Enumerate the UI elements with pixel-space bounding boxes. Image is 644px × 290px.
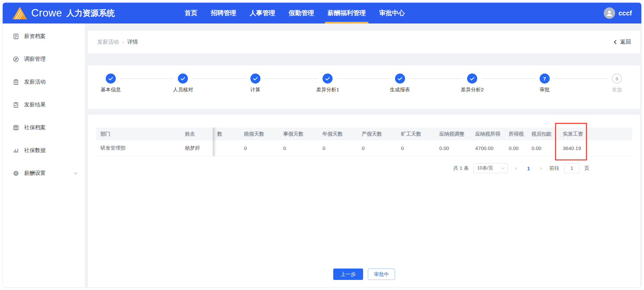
step-approval: 7 审批 <box>519 74 570 93</box>
col-header-truncated-days: 数 <box>213 128 240 140</box>
step-label: 发放 <box>612 87 622 93</box>
col-header-name: 姓名 <box>181 131 213 137</box>
step-label: 基本信息 <box>101 87 121 93</box>
nav-item-home[interactable]: 首页 <box>185 3 197 23</box>
cell-post-tax-deduction: 0.00 <box>527 145 558 151</box>
check-icon <box>181 77 185 81</box>
col-header-taxable-adjustment: 应纳税调整 <box>435 131 471 137</box>
payroll-table-card: 部门 姓名 数 病假天数 事假天数 年假天数 产假天数 旷工天数 应纳税调整 应… <box>88 115 640 287</box>
step-personnel-check: 人员核对 <box>158 74 208 93</box>
prev-page-button[interactable]: ‹ <box>512 165 520 171</box>
content-area: 发薪活动 › 详情 返回 <box>85 23 641 287</box>
pagination: 共 1 条 10条/页 ‹ 1 › 前往 页 <box>96 163 632 173</box>
cell-annual-leave-days: 0 <box>318 145 357 151</box>
col-header-taxable-income: 应纳税所得 <box>471 131 504 137</box>
step-diff-analysis-1: 差异分析1 <box>302 74 353 93</box>
cell-personal-leave-days: 0 <box>279 145 318 151</box>
brand-logo[interactable]: Crowe 人力资源系统 <box>12 6 115 20</box>
sidebar-item-social-security-data[interactable]: 社保数据 <box>3 139 85 162</box>
breadcrumb-detail: 详情 <box>127 39 138 46</box>
goto-unit: 页 <box>584 165 589 172</box>
sidebar-item-label: 调薪管理 <box>24 56 46 63</box>
col-header-maternity-leave-days: 产假天数 <box>357 131 397 137</box>
step-diff-analysis-2: 差异分析2 <box>447 74 497 93</box>
sidebar-item-payroll-activity[interactable]: 发薪活动 <box>3 70 85 93</box>
check-icon <box>470 77 475 81</box>
nav-item-compensation[interactable]: 薪酬福利管理 <box>328 3 366 23</box>
step-circle <box>178 74 188 84</box>
step-label: 差异分析1 <box>316 87 339 93</box>
step-label: 差异分析2 <box>461 87 484 93</box>
step-label: 审批 <box>540 87 550 93</box>
page-number-1[interactable]: 1 <box>525 165 533 171</box>
col-header-annual-leave-days: 年假天数 <box>318 131 357 137</box>
app-title: 人力资源系统 <box>66 8 115 18</box>
step-circle <box>395 74 405 84</box>
user-avatar <box>604 7 615 19</box>
sidebar-item-salary-adjustment[interactable]: 调薪管理 <box>3 48 85 70</box>
nav-item-attendance[interactable]: 假勤管理 <box>289 3 314 23</box>
nav-item-personnel[interactable]: 人事管理 <box>250 3 275 23</box>
sidebar-item-payroll-result[interactable]: 发薪结果 <box>3 93 85 116</box>
footer-actions: 上一步 审批中 <box>96 269 632 280</box>
goto-page-input[interactable] <box>564 163 580 173</box>
user-menu[interactable]: cccf <box>604 7 632 19</box>
payroll-table: 部门 姓名 数 病假天数 事假天数 年假天数 产假天数 旷工天数 应纳税调整 应… <box>96 128 632 156</box>
main-nav: 首页 招聘管理 人事管理 假勤管理 薪酬福利管理 审批中心 <box>185 3 405 23</box>
sidebar-item-label: 社保数据 <box>24 147 46 154</box>
sidebar-item-label: 薪资档案 <box>24 33 46 40</box>
sidebar-item-salary-settings[interactable]: 薪酬设置 <box>3 162 85 185</box>
cell-maternity-leave-days: 0 <box>357 145 397 151</box>
chevron-left-icon <box>614 40 618 44</box>
breadcrumb-payroll-activity[interactable]: 发薪活动 <box>97 39 119 46</box>
sidebar-item-label: 发薪结果 <box>24 101 46 108</box>
table-row: 研发管理部 杨梦婷 0 0 0 0 0 0.00 4700.00 0.00 0.… <box>96 140 632 156</box>
chevron-down-icon <box>501 166 505 170</box>
cell-net-pay: 3640.19 <box>558 145 632 151</box>
col-header-net-pay: 实发工资 <box>558 131 632 137</box>
breadcrumb: 发薪活动 › 详情 <box>97 39 138 46</box>
sidebar-item-label: 发薪活动 <box>24 79 46 86</box>
cell-sick-leave-days: 0 <box>240 145 279 151</box>
step-circle: 8 <box>612 74 622 84</box>
person-icon <box>605 9 613 17</box>
sidebar-item-label: 社保档案 <box>24 124 46 131</box>
col-header-personal-leave-days: 事假天数 <box>279 131 318 137</box>
top-navbar: Crowe 人力资源系统 首页 招聘管理 人事管理 假勤管理 薪酬福利管理 审批… <box>3 3 641 23</box>
next-page-button[interactable]: › <box>537 165 545 171</box>
cell-taxable-income: 4700.00 <box>471 145 504 151</box>
col-header-income-tax: 所得税 <box>504 131 527 137</box>
approval-status-button[interactable]: 审批中 <box>368 269 395 280</box>
pagination-total: 共 1 条 <box>453 165 469 172</box>
nav-item-approval-center[interactable]: 审批中心 <box>379 3 405 23</box>
back-button[interactable]: 返回 <box>614 39 631 46</box>
clipboard-icon <box>13 79 19 85</box>
step-basic-info: 基本信息 <box>86 74 136 93</box>
step-label: 计算 <box>250 87 260 93</box>
bar-chart-icon <box>13 147 19 154</box>
app-window: Crowe 人力资源系统 首页 招聘管理 人事管理 假勤管理 薪酬福利管理 审批… <box>3 3 641 287</box>
steps-card: 基本信息 人员核对 计算 差异分析1 <box>88 65 640 109</box>
col-header-department: 部门 <box>96 131 181 137</box>
page-size-value: 10条/页 <box>477 165 493 171</box>
check-icon <box>325 77 330 81</box>
cell-taxable-adjustment: 0.00 <box>435 145 471 151</box>
cell-income-tax: 0.00 <box>504 145 527 151</box>
breadcrumb-separator-icon: › <box>122 39 124 45</box>
breadcrumb-bar: 发薪活动 › 详情 返回 <box>88 31 640 53</box>
cell-department: 研发管理部 <box>96 145 181 151</box>
step-generate-report: 生成报表 <box>375 74 425 93</box>
cell-absence-days: 0 <box>397 145 435 151</box>
user-name: cccf <box>618 9 632 17</box>
sidebar-item-social-security-archive[interactable]: 社保档案 <box>3 116 85 139</box>
clipboard-check-icon <box>13 102 19 108</box>
nav-item-recruitment[interactable]: 招聘管理 <box>211 3 236 23</box>
goto-label: 前往 <box>549 165 559 172</box>
previous-step-button[interactable]: 上一步 <box>333 269 363 280</box>
step-calculation: 计算 <box>230 74 281 93</box>
step-wizard: 基本信息 人员核对 计算 差异分析1 <box>88 65 640 109</box>
sidebar-item-salary-archive[interactable]: 薪资档案 <box>3 25 85 48</box>
step-payout: 8 发放 <box>592 74 641 93</box>
page-size-select[interactable]: 10条/页 <box>474 163 508 173</box>
back-label: 返回 <box>620 39 631 46</box>
